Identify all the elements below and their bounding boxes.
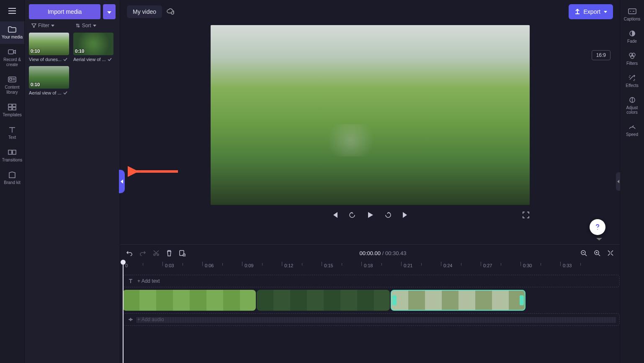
svg-point-12 (157, 254, 159, 256)
nav-text[interactable]: Text (0, 122, 24, 144)
aspect-ratio-button[interactable]: 16:9 (592, 50, 611, 60)
left-nav-rail: Your media Record & create Content libra… (0, 0, 25, 363)
media-clip[interactable]: 0:10 View of dunes... (29, 33, 69, 62)
clip-caption: Aerial view of ... (29, 90, 62, 95)
preview-stage: 16:9 (120, 23, 620, 244)
chevron-down-icon (93, 25, 96, 27)
media-clip[interactable]: 0:10 Aerial view of ... (73, 33, 113, 62)
export-label: Export (584, 8, 600, 15)
play-button[interactable] (366, 211, 374, 219)
svg-rect-17 (629, 9, 636, 14)
skip-end-button[interactable] (402, 211, 410, 219)
rnav-filters[interactable]: Filters (620, 48, 644, 70)
skip-start-button[interactable] (331, 211, 338, 219)
ruler-mark: 0 (125, 263, 128, 268)
ruler-mark: 0:03 (165, 263, 174, 268)
import-media-button[interactable]: Import media (29, 4, 100, 19)
project-title[interactable]: My video (127, 5, 162, 18)
help-button[interactable] (590, 219, 605, 235)
media-thumbnail: 0:10 (29, 33, 69, 55)
rnav-fade[interactable]: Fade (620, 26, 644, 48)
rnav-label: Captions (624, 17, 640, 21)
rnav-effects[interactable]: Effects (620, 70, 644, 92)
video-track (123, 290, 620, 311)
sort-label: Sort (82, 23, 91, 28)
ruler-mark: 0:24 (443, 263, 452, 268)
zoom-in-button[interactable] (594, 250, 600, 256)
media-panel: Import media Filter Sort 0:10 View of du… (25, 0, 120, 363)
nav-label: Brand kit (4, 180, 20, 185)
nav-record-create[interactable]: Record & create (0, 44, 24, 72)
playhead[interactable] (123, 261, 124, 363)
rnav-adjust-colors[interactable]: Adjust colors (620, 92, 644, 119)
forward-button[interactable] (384, 211, 392, 219)
redo-button[interactable] (139, 250, 146, 256)
nav-transitions[interactable]: Transitions (0, 144, 24, 167)
split-button[interactable] (179, 250, 185, 256)
project-title-text: My video (133, 8, 156, 15)
svg-rect-4 (13, 104, 16, 107)
nav-label: Record & create (3, 57, 21, 67)
svg-rect-6 (13, 107, 16, 110)
sort-button[interactable]: Sort (75, 23, 96, 28)
media-clip[interactable]: 0:10 Aerial view of ... (29, 66, 69, 95)
rnav-label: Effects (626, 83, 638, 88)
clip-caption: Aerial view of ... (73, 57, 106, 62)
video-clip[interactable] (123, 290, 256, 311)
rnav-captions[interactable]: Captions (620, 3, 644, 26)
undo-button[interactable] (126, 250, 133, 256)
rewind-button[interactable] (348, 211, 356, 219)
import-media-dropdown[interactable] (103, 4, 116, 19)
rnav-label: Adjust colors (626, 105, 638, 115)
delete-button[interactable] (166, 250, 172, 256)
clip-duration: 0:10 (31, 49, 40, 54)
check-icon (108, 58, 112, 61)
video-clip[interactable] (257, 290, 390, 311)
export-button[interactable]: Export (569, 4, 613, 19)
nav-label: Transitions (2, 158, 23, 162)
rnav-label: Filters (626, 61, 638, 66)
time-ruler[interactable]: 00:030:060:090:120:150:180:210:240:270:3… (123, 261, 620, 272)
ruler-mark: 0:12 (284, 263, 293, 268)
help-collapse[interactable] (596, 236, 602, 243)
collapse-media-panel[interactable] (119, 170, 125, 193)
video-preview[interactable] (211, 25, 530, 205)
cloud-sync-icon[interactable] (166, 8, 175, 16)
svg-point-11 (154, 254, 155, 256)
audio-track[interactable]: + Add audio (123, 313, 620, 326)
timeline: 00:00.00 / 00:30.43 00:030:060:090:120:1… (120, 244, 620, 363)
cut-button[interactable] (153, 250, 160, 256)
svg-rect-5 (8, 107, 12, 110)
video-clip-selected[interactable] (391, 290, 526, 311)
sort-icon (75, 23, 80, 28)
timecode: 00:00.00 / 00:30.43 (192, 250, 574, 256)
text-track[interactable]: + Add text (123, 275, 620, 287)
audio-icon (128, 317, 133, 322)
fullscreen-button[interactable] (522, 211, 530, 219)
add-text-hint: + Add text (137, 278, 160, 284)
svg-rect-7 (8, 150, 12, 154)
import-media-label: Import media (48, 8, 82, 15)
nav-brand-kit[interactable]: Brand kit (0, 167, 24, 189)
zoom-out-button[interactable] (580, 250, 587, 256)
timeline-toolbar: 00:00.00 / 00:30.43 (120, 245, 620, 261)
tracks-area: + Add text + Add audio (123, 272, 620, 328)
upload-icon (574, 9, 580, 15)
chevron-left-icon (121, 179, 123, 184)
ruler-mark: 0:09 (245, 263, 253, 268)
ruler-mark: 0:27 (483, 263, 492, 268)
svg-rect-3 (8, 104, 12, 107)
fit-timeline-button[interactable] (607, 250, 614, 256)
rnav-speed[interactable]: Speed (620, 119, 644, 141)
nav-content-library[interactable]: Content library (0, 72, 24, 99)
filter-button[interactable]: Filter (31, 23, 54, 28)
text-icon (128, 279, 133, 284)
media-thumbnail: 0:10 (73, 33, 113, 55)
filter-icon (31, 23, 36, 28)
filter-label: Filter (38, 23, 49, 28)
nav-label: Text (8, 135, 16, 140)
nav-your-media[interactable]: Your media (0, 21, 24, 44)
nav-templates[interactable]: Templates (0, 99, 24, 122)
collapse-right-rail[interactable] (616, 172, 620, 191)
hamburger-menu[interactable] (8, 4, 16, 21)
